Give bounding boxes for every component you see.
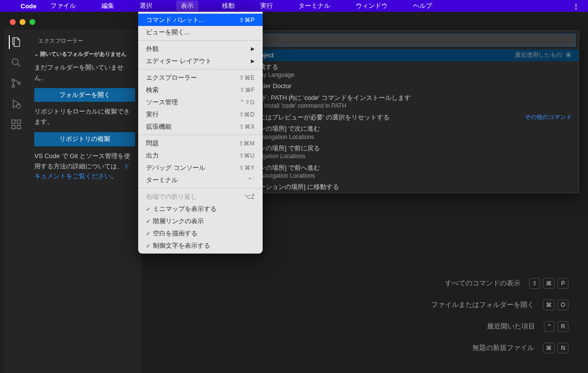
- explorer-icon[interactable]: [9, 35, 23, 49]
- command-palette-item[interactable]: ゲーションの場所] で前へ進むrevious in Navigation Loc…: [227, 162, 579, 182]
- command-palette-item[interactable]: r: Run Flutter Doctor: [227, 80, 579, 92]
- hint-row: ファイルまたはフォルダーを開く⌘O: [431, 300, 568, 310]
- view-menu-dropdown: コマンド パレット...⇧⌘Pビューを開く...外観▶エディター レイアウト▶エ…: [138, 12, 263, 254]
- menubar-item[interactable]: 編集: [99, 0, 116, 11]
- maximize-window-icon[interactable]: [29, 19, 35, 25]
- svg-point-9: [567, 54, 569, 56]
- hint-row: 無題の新規ファイル⌘N: [431, 343, 568, 353]
- minimize-window-icon[interactable]: [20, 19, 25, 25]
- keycap: ⌃: [544, 321, 555, 332]
- svg-point-0: [12, 59, 18, 65]
- svg-point-2: [12, 85, 15, 88]
- command-palette-item[interactable]: r: New Project最近使用したもの: [227, 49, 579, 61]
- menu-item[interactable]: ✓制御文字を表示する: [138, 239, 263, 252]
- keycap: ⌘: [543, 343, 555, 353]
- svg-rect-7: [17, 125, 21, 129]
- menubar-right-icon[interactable]: ⋮: [573, 2, 579, 10]
- keycap: O: [558, 300, 568, 310]
- svg-point-4: [17, 104, 21, 108]
- open-folder-button[interactable]: フォルダーを開く: [34, 88, 135, 102]
- menu-separator: [138, 135, 263, 135]
- svg-rect-8: [17, 120, 21, 123]
- menubar-item[interactable]: 表示: [176, 0, 198, 11]
- keycap: ⌘: [543, 300, 555, 310]
- check-icon: ✓: [146, 231, 153, 237]
- sidebar: エクスプローラー ⌄ 開いているフォルダーがありません まだフォルダーを開いてい…: [28, 29, 141, 373]
- keycap: N: [558, 343, 568, 353]
- extensions-icon[interactable]: [9, 117, 23, 131]
- keycap: ⌘: [543, 278, 555, 289]
- menu-item[interactable]: ✓階層リンクの表示: [138, 215, 263, 227]
- hint-row: 最近開いた項目⌃R: [431, 321, 568, 332]
- run-debug-icon[interactable]: [9, 97, 23, 111]
- check-icon: ✓: [146, 206, 153, 212]
- svg-rect-5: [12, 120, 15, 123]
- menu-separator: [138, 69, 263, 70]
- sidebar-header-label: 開いているフォルダーがありません: [40, 50, 126, 58]
- welcome-hints: すべてのコマンドの表示⇧⌘Pファイルまたはフォルダーを開く⌘O最近開いた項目⌃R…: [431, 278, 568, 353]
- menubar-item[interactable]: 実行: [258, 0, 275, 11]
- svg-point-1: [12, 79, 15, 82]
- command-palette-item[interactable]: ル コマンド: PATH 内に 'code' コマンドをインストールしますCom…: [227, 92, 579, 112]
- close-window-icon[interactable]: [10, 19, 16, 25]
- macos-menubar: Code ファイル編集選択表示移動実行ターミナルウィンドウヘルプ ⋮: [0, 0, 588, 12]
- menu-item[interactable]: 外観▶: [138, 43, 263, 55]
- command-palette-item[interactable]: ゲーションの場所] で次に進むorward in Navigation Loca…: [227, 123, 579, 142]
- menu-item[interactable]: ターミナル⌃`: [138, 174, 263, 186]
- menubar-item[interactable]: ターミナル: [296, 0, 332, 11]
- menu-item[interactable]: ✓空白を描画する: [138, 227, 263, 239]
- svg-rect-6: [12, 125, 15, 129]
- search-icon[interactable]: [9, 56, 23, 70]
- keycap: R: [558, 321, 568, 332]
- menu-item[interactable]: エクスプローラー⇧⌘E: [138, 71, 263, 84]
- menu-item[interactable]: デバッグ コンソール⇧⌘Y: [138, 162, 263, 174]
- menu-item[interactable]: 拡張機能⇧⌘X: [138, 120, 263, 133]
- command-palette-item[interactable]: イル操作にはプレビューが必要' の選択をリセットするその他のコマンド: [227, 112, 579, 123]
- keycap: ⇧: [529, 278, 540, 289]
- menu-item[interactable]: ソース管理⌃⇧G: [138, 96, 263, 108]
- menubar-item[interactable]: 移動: [220, 0, 237, 11]
- menu-item[interactable]: 出力⇧⌘U: [138, 149, 263, 162]
- menubar-item[interactable]: ウィンドウ: [354, 0, 390, 11]
- sidebar-message: まだフォルダーを開いていません。: [34, 63, 135, 83]
- menu-separator: [138, 188, 263, 188]
- command-palette-item[interactable]: のナビゲーションの場所] に移動する: [227, 181, 579, 193]
- gear-icon[interactable]: [565, 51, 572, 58]
- check-icon: ✓: [146, 243, 153, 249]
- command-palette-item[interactable]: ゲーションの場所] で前に戻るack in Navigation Locatio…: [227, 142, 579, 162]
- menu-item[interactable]: 実行⇧⌘D: [138, 108, 263, 120]
- app-name[interactable]: Code: [21, 2, 37, 10]
- sidebar-message: VS Code で Git とソース管理を使用する方法の詳細については、ドキュメ…: [34, 151, 135, 182]
- check-icon: ✓: [146, 218, 153, 225]
- menubar-item[interactable]: ヘルプ: [411, 0, 434, 11]
- menu-item: 右端での折り返し⌥Z: [138, 190, 263, 203]
- menu-item[interactable]: ビューを開く...: [138, 26, 263, 38]
- menu-item[interactable]: 検索⇧⌘F: [138, 84, 263, 96]
- menubar-item[interactable]: 選択: [138, 0, 154, 11]
- sidebar-title: エクスプローラー: [32, 34, 137, 47]
- svg-point-3: [18, 82, 21, 85]
- activity-bar: [4, 29, 28, 373]
- menu-separator: [138, 40, 263, 41]
- menu-item[interactable]: ✓ミニマップを表示する: [138, 203, 263, 215]
- sidebar-message: リポジトリをローカルに複製できます。: [34, 107, 135, 127]
- menu-item[interactable]: エディター レイアウト▶: [138, 55, 263, 67]
- hint-row: すべてのコマンドの表示⇧⌘P: [431, 278, 568, 289]
- titlebar: [4, 15, 588, 29]
- chevron-right-icon: ▶: [251, 58, 255, 64]
- source-control-icon[interactable]: [9, 76, 23, 90]
- keycap: P: [558, 278, 568, 289]
- command-palette-item[interactable]: 言語を構成するgure Display Language: [227, 61, 579, 81]
- menubar-item[interactable]: ファイル: [49, 0, 78, 11]
- command-palette: r: New Project最近使用したもの言語を構成するgure Displa…: [226, 30, 579, 193]
- sidebar-section-header[interactable]: ⌄ 開いているフォルダーがありません: [32, 47, 137, 61]
- clone-repo-button[interactable]: リポジトリの複製: [34, 132, 135, 146]
- chevron-right-icon: ▶: [251, 46, 255, 51]
- command-palette-input[interactable]: [230, 34, 576, 47]
- menu-item[interactable]: コマンド パレット...⇧⌘P: [138, 14, 263, 26]
- chevron-down-icon: ⌄: [34, 51, 38, 57]
- menu-item[interactable]: 問題⇧⌘M: [138, 137, 263, 149]
